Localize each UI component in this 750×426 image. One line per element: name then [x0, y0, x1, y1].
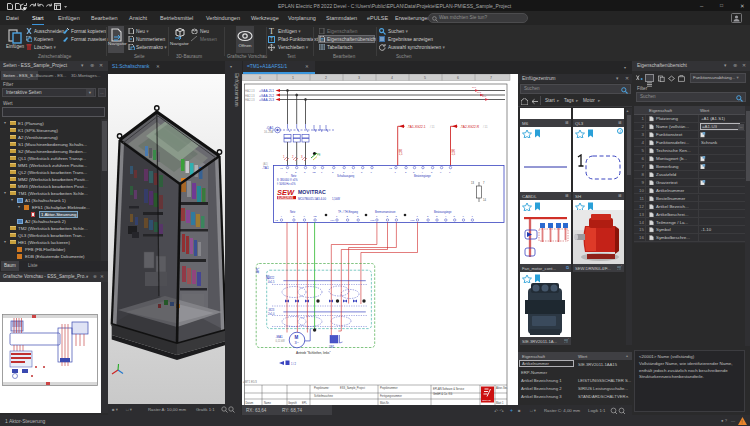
svg-text:7: 7: [490, 76, 492, 80]
svg-text:EPLAN Software & Service: EPLAN Software & Service: [433, 387, 465, 391]
svg-text:5: 5: [454, 215, 456, 218]
svg-text:+GAA-2L3: +GAA-2L3: [259, 98, 274, 102]
svg-text:3: 3: [357, 215, 359, 218]
svg-text:0,11 kW: 0,11 kW: [276, 339, 286, 343]
svg-text:2: 2: [332, 171, 334, 174]
svg-text:2: 2: [427, 215, 429, 218]
svg-text:4: 4: [445, 215, 447, 218]
svg-text:13: 13: [471, 181, 474, 185]
svg-text:GmbH & Co. KG: GmbH & Co. KG: [433, 392, 452, 396]
svg-text:X2: X2: [389, 167, 393, 170]
svg-text:1: 1: [286, 171, 288, 174]
svg-text:-TA2-XG22.R: -TA2-XG22.R: [460, 125, 480, 129]
svg-text:-MA1: -MA1: [276, 335, 283, 339]
svg-text:4: 4: [391, 76, 393, 80]
svg-text:2: 2: [295, 171, 297, 174]
svg-text:2: 2: [387, 215, 389, 218]
svg-text:-TA1: -TA1: [262, 166, 269, 170]
svg-text:1,5: 1,5: [452, 152, 456, 156]
svg-text:(A1): (A1): [263, 162, 268, 166]
svg-text:2x1,0: 2x1,0: [268, 312, 275, 316]
svg-text:PE: PE: [314, 215, 318, 218]
svg-text:MOVITRAC: MOVITRAC: [298, 189, 326, 195]
svg-text:-TA1-XG22.1: -TA1-XG22.1: [407, 125, 426, 129]
svg-text:2L1: 2L1: [472, 86, 477, 89]
svg-text:ESS_Sample_Project: ESS_Sample_Project: [340, 386, 365, 390]
svg-text:-W23: -W23: [268, 308, 275, 312]
svg-text:1: 1: [376, 215, 378, 218]
svg-text:f: 50/60 Hz ±5%: f: 50/60 Hz ±5%: [277, 182, 296, 186]
svg-text:-YB1: -YB1: [328, 345, 335, 349]
svg-text:14: 14: [483, 198, 486, 202]
svg-text:3: 3: [304, 171, 306, 174]
svg-text:-QA1: -QA1: [266, 126, 274, 130]
svg-text:Blätt-Nr.: Blätt-Nr.: [380, 401, 390, 405]
svg-text:Blatt 1: Blatt 1: [496, 401, 504, 405]
svg-text:6: 6: [304, 215, 306, 218]
svg-text:5: 5: [361, 171, 363, 174]
svg-text:6: 6: [463, 215, 465, 218]
svg-text:Aktor-Ste.: Aktor-Ste.: [496, 386, 508, 390]
svg-text:5: 5: [431, 171, 433, 174]
svg-text:M: M: [295, 335, 299, 340]
svg-text:6: 6: [440, 171, 442, 174]
svg-text:/ 11: / 11: [483, 125, 488, 129]
svg-text:3: 3: [301, 155, 303, 159]
svg-text:Bremsenansteuer.: Bremsenansteuer.: [375, 210, 396, 214]
svg-text:TF- / TH-Eingang: TF- / TH-Eingang: [338, 210, 359, 214]
svg-text:2L2: 2L2: [477, 91, 482, 94]
svg-text:6: 6: [371, 171, 373, 174]
svg-text:1: 1: [292, 76, 294, 80]
svg-text:6: 6: [457, 76, 459, 80]
svg-text:Fertigungsnummer: Fertigungsnummer: [380, 394, 402, 398]
svg-text:3: 3: [436, 215, 438, 218]
svg-text:PE: PE: [313, 171, 317, 174]
svg-text:/ 11: / 11: [430, 125, 435, 129]
svg-text:X2: X2: [275, 219, 279, 222]
svg-text:Projektnummer: Projektnummer: [380, 386, 398, 390]
svg-text:1,5: 1,5: [399, 152, 403, 156]
svg-text:EPLAN: EPLAN: [483, 399, 491, 402]
svg-text:1,5kW: 1,5kW: [332, 197, 340, 201]
svg-text:5: 5: [293, 215, 295, 218]
svg-text:EURODRIVE: EURODRIVE: [278, 196, 294, 200]
svg-text:PE: PE: [317, 153, 321, 157]
svg-text:HA2-13: HA2-13: [245, 89, 255, 93]
svg-text:Antrieb "Schleifen, links": Antrieb "Schleifen, links": [296, 351, 331, 355]
svg-text:-W22: -W22: [268, 276, 275, 280]
svg-text:2L3: 2L3: [482, 95, 487, 98]
svg-text:8: 380/400 V ±5%: 8: 380/400 V ±5%: [277, 178, 298, 182]
svg-text:X10: X10: [330, 219, 335, 222]
svg-text:2: 2: [347, 215, 349, 218]
svg-text:1 / 2: 1 / 2: [291, 362, 297, 366]
svg-text:1: 1: [417, 215, 419, 218]
svg-text:=MT1 E5/3: =MT1 E5/3: [243, 380, 257, 384]
svg-text:Binäreingänge: Binäreingänge: [414, 174, 431, 178]
svg-text:2: 2: [405, 171, 407, 174]
svg-text:3~: 3~: [295, 341, 300, 345]
svg-text:0: 0: [259, 76, 261, 80]
svg-text:+GAA-2L2: +GAA-2L2: [259, 94, 274, 98]
svg-text:HA2-13: HA2-13: [245, 94, 255, 98]
svg-text:2: 2: [325, 76, 327, 80]
svg-text:Schleifmaschine: Schleifmaschine: [314, 394, 333, 398]
svg-text:Geprüft: Geprüft: [288, 401, 297, 405]
svg-text:16..20A: 16..20A: [264, 130, 273, 134]
svg-text:Name: Name: [264, 401, 271, 405]
svg-text:4: 4: [422, 171, 424, 174]
svg-text:1: 1: [321, 171, 323, 174]
svg-text:Schaltausgang: Schaltausgang: [337, 174, 355, 178]
svg-text:7: 7: [483, 181, 485, 185]
svg-text:1: 1: [336, 215, 338, 218]
svg-text:5: 5: [424, 76, 426, 80]
svg-text:X1: X1: [280, 167, 284, 170]
svg-text:4: 4: [281, 215, 283, 218]
svg-text:Netz: Netz: [290, 210, 296, 214]
svg-text:EPL: EPL: [302, 401, 307, 405]
svg-text:7: 7: [472, 215, 474, 218]
svg-text:3: 3: [413, 171, 415, 174]
svg-text:Datum: Datum: [246, 401, 254, 405]
svg-text:3: 3: [343, 171, 345, 174]
svg-text:+GAA-2L1: +GAA-2L1: [259, 89, 274, 93]
svg-text:1: 1: [395, 171, 397, 174]
